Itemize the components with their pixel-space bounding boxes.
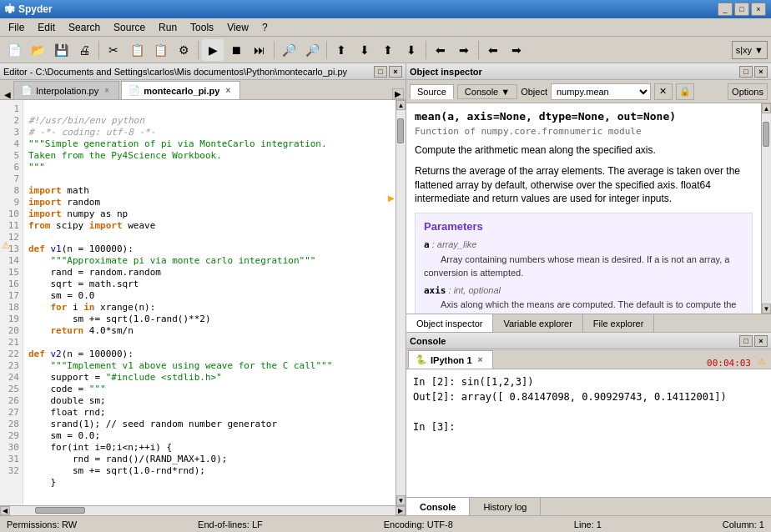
line-status: Line: 1 [574,519,602,529]
file-explorer-tab[interactable]: File explorer [583,314,655,332]
source-tab[interactable]: Source [410,84,454,99]
sxy-button[interactable]: s|xy ▼ [732,41,768,59]
inspector-vscrollbar[interactable]: ▲ ▼ [761,103,771,314]
inspector-scroll-track[interactable] [762,113,771,304]
hscroll-track[interactable] [10,506,396,515]
toolbar-separator-1 [98,41,99,59]
inspector-lock-button[interactable]: 🔒 [676,83,694,100]
inspector-close-button[interactable]: × [754,66,768,78]
doc-title: mean(a, axis=None, dtype=None, out=None) [415,110,753,123]
inspector-header: Object inspector □ × [406,63,771,80]
param-axis-name: axis [424,285,446,296]
down2-button[interactable]: ⬇ [401,39,422,61]
console-tab[interactable]: Console ▼ [457,84,517,99]
console-maximize-button[interactable]: □ [739,335,753,347]
object-label: Object [521,87,547,97]
tab-montecarlo[interactable]: 📄 montecarlo_pi.py × [121,81,240,99]
scroll-up-button[interactable]: ▲ [396,100,406,110]
hscroll-thumb[interactable] [35,507,85,514]
menu-tools[interactable]: Tools [184,20,220,35]
nav-right-button[interactable]: ▶ [392,88,404,99]
console-header-buttons: □ × [739,335,768,347]
menu-file[interactable]: File [2,20,31,35]
app-icon: 🕷 [5,3,15,15]
params-section: Parameters a : array_like Array containi… [415,213,753,314]
menu-run[interactable]: Run [152,20,184,35]
editor-vscrollbar[interactable]: ▲ ▼ [396,100,406,505]
hscroll-left-button[interactable]: ◀ [0,506,10,515]
tab-close-montecarlo[interactable]: × [223,86,233,96]
inspector-scroll-up[interactable]: ▲ [762,103,771,113]
up2-button[interactable]: ⬆ [377,39,399,61]
nav-left-button[interactable]: ◀ [2,90,13,99]
code-editor[interactable]: 12345 678910 1112131415 1617181920 21222… [0,100,406,505]
open-button[interactable]: 📂 [27,39,48,61]
close-button[interactable]: × [751,3,766,16]
tab-interpolation[interactable]: 📄 Interpolation.py × [13,81,119,99]
object-select[interactable]: numpy.mean [551,83,651,100]
app-title: Spyder [18,3,53,15]
column-status: Column: 1 [723,519,764,529]
save-button[interactable]: 💾 [50,39,72,61]
tab-close-interpolation[interactable]: × [102,86,112,96]
toolbar-separator-3 [274,41,275,59]
menu-edit[interactable]: Edit [31,20,62,35]
nav-back-button[interactable]: ⬅ [482,39,504,61]
scroll-track[interactable] [396,110,406,495]
copy-button[interactable]: 📋 [126,39,148,61]
menu-bar: File Edit Search Source Run Tools View ? [0,18,771,37]
menu-search[interactable]: Search [62,20,107,35]
scroll-down-button[interactable]: ▼ [396,495,406,505]
run-button[interactable]: ▶ [202,39,224,61]
editor-hscrollbar[interactable]: ◀ ▶ [0,505,406,515]
editor-maximize-button[interactable]: □ [374,66,387,78]
back-button[interactable]: ⬅ [430,39,451,61]
cut-button[interactable]: ✂ [103,39,124,61]
editor-close-button[interactable]: × [389,66,402,78]
menu-help[interactable]: ? [255,20,275,35]
new-file-button[interactable]: 📄 [3,39,25,61]
nav-forward-button[interactable]: ➡ [506,39,527,61]
down-arrow-button[interactable]: ⬇ [354,39,375,61]
settings-button[interactable]: ⚙ [173,39,194,61]
ipython-close[interactable]: × [476,355,486,365]
inspector-scroll-thumb[interactable] [763,122,769,147]
menu-source[interactable]: Source [107,20,152,35]
ipython-label: IPython 1 [431,355,472,365]
zoom-in-button[interactable]: 🔎 [278,39,300,61]
console-content[interactable]: In [2]: sin([1,2,3]) Out[2]: array([ 0.8… [406,369,771,497]
minimize-button[interactable]: _ [718,3,733,16]
paste-button[interactable]: 📋 [149,39,171,61]
code-content[interactable]: #!/usr/bin/env python # -*- coding: utf-… [23,100,396,505]
step-button[interactable]: ⏭ [249,39,270,61]
zoom-out-button[interactable]: 🔎 [301,39,323,61]
menu-view[interactable]: View [220,20,255,35]
inspector-clear-button[interactable]: ✕ [654,83,673,100]
variable-explorer-tab[interactable]: Variable explorer [493,314,582,332]
param-a-desc: Array containing numbers whose mean is d… [424,254,729,279]
history-log-tab[interactable]: History log [470,498,541,515]
ipython-tab[interactable]: 🐍 IPython 1 × [408,350,493,369]
console-tab-bottom[interactable]: Console [406,498,470,515]
param-a-type: : array_like [432,239,477,249]
inspector-scroll-down[interactable]: ▼ [762,304,771,314]
inspector-maximize-button[interactable]: □ [739,66,753,78]
param-axis: axis : int, optional Axis along which th… [424,284,743,314]
console-warning-button[interactable]: ⚠ [754,354,769,369]
maximize-button[interactable]: □ [734,3,749,16]
title-bar-buttons: _ □ × [718,3,766,16]
object-inspector-tab[interactable]: Object inspector [406,314,493,332]
console-title: Console [410,336,446,346]
forward-button[interactable]: ➡ [453,39,475,61]
stop-button[interactable]: ⏹ [225,39,247,61]
title-bar: 🕷 Spyder _ □ × [0,0,771,18]
hscroll-right-button[interactable]: ▶ [396,506,406,515]
scroll-thumb[interactable] [397,118,404,143]
options-button[interactable]: Options [728,83,768,100]
up-arrow-button[interactable]: ⬆ [330,39,352,61]
console-close-button[interactable]: × [754,335,768,347]
print-button[interactable]: 🖨 [73,39,95,61]
object-inspector-pane: Object inspector □ × Source Console ▼ Ob… [406,63,771,332]
warning-icon: ⚠ [2,240,10,251]
line-numbers: 12345 678910 1112131415 1617181920 21222… [0,100,23,505]
